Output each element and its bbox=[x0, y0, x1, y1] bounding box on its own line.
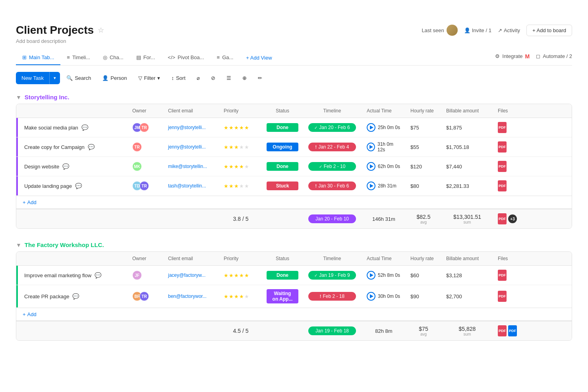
timeline-badge[interactable]: ✓ Feb 2 - 10 bbox=[308, 162, 356, 171]
stars[interactable]: ★★★★★ bbox=[224, 144, 250, 150]
timeline-badge[interactable]: ! Jan 30 - Feb 6 bbox=[308, 182, 356, 190]
email-link[interactable]: mike@storytellin... bbox=[168, 164, 207, 169]
stars[interactable]: ★★★★★ bbox=[224, 272, 250, 278]
tab-gantt[interactable]: ≡ Ga... bbox=[211, 50, 240, 65]
new-task-button[interactable]: New Task bbox=[16, 72, 49, 84]
status-cell: Waiting on App... bbox=[263, 285, 302, 307]
actual-time: 28h 31m bbox=[378, 183, 397, 189]
actual-time: 30h 0m 0s bbox=[378, 294, 400, 299]
row-height-button[interactable]: ☰ bbox=[222, 73, 236, 83]
play-button[interactable] bbox=[367, 182, 375, 190]
summary-time: 82h 8m bbox=[362, 324, 406, 338]
link-icon-button[interactable]: ⌀ bbox=[192, 73, 205, 83]
task-name[interactable]: Update landing page bbox=[24, 183, 72, 189]
board-description[interactable]: Add board description bbox=[16, 38, 572, 44]
group-toggle-storytelling[interactable]: ▼ bbox=[16, 94, 21, 100]
tab-form[interactable]: ▤ For... bbox=[130, 50, 162, 65]
billable-amount: $3,128 bbox=[446, 272, 462, 278]
priority-cell: ★★★★★ bbox=[219, 268, 263, 282]
email-cell: ben@factorywor... bbox=[163, 290, 219, 303]
play-button[interactable] bbox=[367, 292, 375, 301]
email-link[interactable]: jenny@storytelli... bbox=[168, 125, 206, 130]
pdf-icon[interactable]: PDF bbox=[498, 180, 507, 191]
status-badge[interactable]: Done bbox=[267, 162, 298, 171]
timeline-badge[interactable]: ✓ Jan 20 - Feb 6 bbox=[308, 123, 356, 132]
tab-chart[interactable]: ◎ Cha... bbox=[97, 50, 130, 65]
email-link[interactable]: jenny@storytelli... bbox=[168, 144, 206, 150]
hide-button[interactable]: ⊘ bbox=[206, 73, 220, 83]
integrate-button[interactable]: ⚙ Integrate M bbox=[495, 53, 530, 60]
summary-rating-value: 3.8 / 5 bbox=[224, 216, 258, 222]
status-badge[interactable]: Done bbox=[267, 123, 298, 132]
task-name[interactable]: Design website bbox=[24, 164, 59, 170]
actual-time-cell: 31h 0m 12s bbox=[362, 137, 406, 156]
table-row: Create PR package 💬 BF TR ben@factorywor… bbox=[16, 285, 572, 308]
tab-timeline[interactable]: ≡ Timeli... bbox=[60, 50, 97, 65]
status-badge[interactable]: Done bbox=[267, 271, 298, 280]
pdf-icon[interactable]: PDF bbox=[498, 325, 507, 336]
invite-button[interactable]: 👤 Invite / 1 bbox=[464, 27, 491, 33]
group-by-button[interactable]: ⊕ bbox=[238, 73, 251, 83]
activity-button[interactable]: ↗ Activity bbox=[498, 27, 520, 33]
stars[interactable]: ★★★★★ bbox=[224, 125, 250, 131]
add-view-button[interactable]: + Add View bbox=[240, 51, 278, 65]
group-name-factory[interactable]: The Factory Workshop LLC. bbox=[25, 241, 104, 248]
play-button[interactable] bbox=[367, 271, 375, 280]
search-button[interactable]: 🔍 Search bbox=[62, 73, 96, 83]
email-link[interactable]: jacey@factoryw... bbox=[168, 272, 205, 278]
email-link[interactable]: ben@factorywor... bbox=[168, 294, 207, 299]
add-to-board-button[interactable]: + Add to board bbox=[526, 25, 572, 36]
pdf-icon[interactable]: PDF bbox=[498, 122, 507, 133]
tabs-bar: ⊞ Main Tab... ≡ Timeli... ◎ Cha... ▤ For… bbox=[16, 50, 572, 66]
pdf-icon[interactable]: PDF bbox=[498, 161, 507, 172]
pdf-icon[interactable]: PDF bbox=[498, 141, 507, 153]
timeline-badge[interactable]: ✓ Jan 19 - Feb 9 bbox=[308, 271, 356, 280]
task-name[interactable]: Improve email marketing flow bbox=[24, 272, 91, 278]
billable-amount: $7,440 bbox=[446, 164, 462, 170]
comment-icon[interactable]: 💬 bbox=[72, 293, 79, 299]
status-badge[interactable]: Waiting on App... bbox=[267, 289, 298, 303]
status-badge[interactable]: Ongoing bbox=[267, 143, 298, 151]
filter-icon: ▽ bbox=[138, 75, 142, 81]
comment-icon[interactable]: 💬 bbox=[75, 183, 82, 189]
task-name[interactable]: Create PR package bbox=[24, 294, 69, 299]
plus-icon: + bbox=[23, 311, 26, 317]
person-button[interactable]: 👤 Person bbox=[97, 73, 132, 83]
stars[interactable]: ★★★★★ bbox=[224, 183, 250, 189]
comment-icon[interactable]: 💬 bbox=[62, 163, 69, 170]
group-name-storytelling[interactable]: Storytelling Inc. bbox=[25, 94, 70, 100]
comment-icon[interactable]: 💬 bbox=[81, 124, 88, 131]
status-badge[interactable]: Stuck bbox=[267, 182, 298, 190]
table-row: Design website 💬 MK mike@storytellin... … bbox=[16, 157, 572, 176]
favorite-icon[interactable]: ☆ bbox=[98, 26, 104, 35]
add-task-button[interactable]: + Add bbox=[16, 196, 572, 209]
group-toggle-factory[interactable]: ▼ bbox=[16, 242, 21, 248]
play-button[interactable] bbox=[367, 123, 375, 132]
status-cell: Done bbox=[263, 267, 302, 284]
play-button[interactable] bbox=[367, 162, 375, 171]
task-name[interactable]: Create copy for Campaign bbox=[24, 144, 85, 150]
comment-icon[interactable]: 💬 bbox=[88, 144, 95, 150]
settings-button[interactable]: ✏ bbox=[253, 73, 267, 83]
col-header-billable: Billable amount bbox=[441, 104, 493, 118]
pdf-icon[interactable]: PDF bbox=[498, 270, 507, 281]
sort-button[interactable]: ↕ Sort bbox=[166, 73, 190, 83]
comment-icon[interactable]: 💬 bbox=[95, 272, 101, 278]
add-task-button-factory[interactable]: + Add bbox=[16, 308, 572, 321]
timeline-badge[interactable]: ! Jan 22 - Feb 4 bbox=[308, 143, 356, 151]
person-icon: 👤 bbox=[102, 75, 108, 81]
new-task-dropdown-button[interactable]: ▾ bbox=[49, 72, 60, 84]
stars[interactable]: ★★★★★ bbox=[224, 294, 250, 299]
automate-button[interactable]: ◻ Automate / 2 bbox=[536, 53, 572, 59]
task-name[interactable]: Make social media plan bbox=[24, 125, 78, 131]
tab-pivot-board[interactable]: </> Pivot Boa... bbox=[161, 50, 210, 65]
pdf-icon[interactable]: PDF bbox=[498, 291, 507, 302]
filter-button[interactable]: ▽ Filter ▾ bbox=[133, 73, 165, 83]
timeline-badge[interactable]: ! Feb 2 - 18 bbox=[308, 292, 356, 301]
pdf-icon[interactable]: PDF bbox=[498, 213, 507, 224]
play-button[interactable] bbox=[367, 143, 375, 151]
email-link[interactable]: tash@storytellin... bbox=[168, 183, 206, 189]
stars[interactable]: ★★★★★ bbox=[224, 164, 250, 170]
tab-main-table[interactable]: ⊞ Main Tab... bbox=[16, 50, 60, 65]
pdf-icon2[interactable]: PDF bbox=[508, 325, 517, 336]
